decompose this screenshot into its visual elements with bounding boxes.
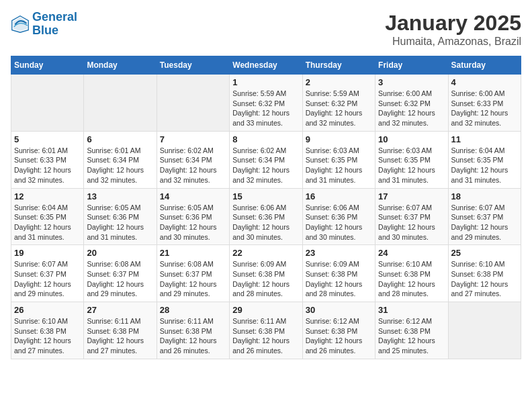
day-info: Sunrise: 6:06 AM Sunset: 6:36 PM Dayligh… [232,203,299,242]
day-number: 30 [306,305,372,315]
calendar-cell: 31Sunrise: 6:12 AM Sunset: 6:38 PM Dayli… [375,302,448,359]
calendar-title: January 2025 [385,11,521,36]
day-number: 21 [160,248,226,258]
calendar-cell: 9Sunrise: 6:03 AM Sunset: 6:35 PM Daylig… [302,131,375,188]
day-number: 26 [14,305,81,315]
title-block: January 2025 Humaita, Amazonas, Brazil [385,11,521,48]
calendar-cell: 13Sunrise: 6:05 AM Sunset: 6:36 PM Dayli… [84,188,157,245]
day-number: 23 [306,248,372,258]
day-number: 22 [232,248,299,258]
day-info: Sunrise: 6:11 AM Sunset: 6:38 PM Dayligh… [87,316,153,356]
day-info: Sunrise: 6:02 AM Sunset: 6:34 PM Dayligh… [160,146,226,185]
logo-icon [11,15,30,34]
day-number: 24 [378,248,445,258]
calendar-cell: 1Sunrise: 5:59 AM Sunset: 6:32 PM Daylig… [230,75,302,132]
weekday-header-friday: Friday [375,56,448,75]
day-number: 1 [232,77,299,87]
day-info: Sunrise: 6:05 AM Sunset: 6:36 PM Dayligh… [87,203,153,242]
day-number: 18 [451,191,518,201]
calendar-cell: 3Sunrise: 6:00 AM Sunset: 6:32 PM Daylig… [375,75,448,132]
weekday-header-wednesday: Wednesday [230,56,302,75]
day-number: 28 [160,305,226,315]
day-number: 29 [232,305,299,315]
day-number: 11 [451,134,518,144]
logo-line2: Blue [32,24,58,37]
day-number: 9 [306,134,372,144]
calendar-cell: 23Sunrise: 6:09 AM Sunset: 6:38 PM Dayli… [302,245,375,302]
calendar-cell: 30Sunrise: 6:12 AM Sunset: 6:38 PM Dayli… [302,302,375,359]
logo-text: General Blue [32,11,77,38]
day-info: Sunrise: 6:03 AM Sunset: 6:35 PM Dayligh… [306,146,372,185]
calendar-cell: 8Sunrise: 6:02 AM Sunset: 6:34 PM Daylig… [230,131,302,188]
weekday-header-sunday: Sunday [11,56,84,75]
day-number: 5 [14,134,81,144]
day-info: Sunrise: 6:07 AM Sunset: 6:37 PM Dayligh… [14,259,81,299]
calendar-cell: 4Sunrise: 6:00 AM Sunset: 6:33 PM Daylig… [448,75,521,132]
weekday-header-monday: Monday [84,56,157,75]
day-number: 8 [232,134,299,144]
day-info: Sunrise: 6:00 AM Sunset: 6:32 PM Dayligh… [378,89,445,128]
calendar-cell: 29Sunrise: 6:11 AM Sunset: 6:38 PM Dayli… [230,302,302,359]
day-number: 6 [87,134,153,144]
day-number: 14 [160,191,226,201]
day-number: 12 [14,191,81,201]
calendar-cell: 19Sunrise: 6:07 AM Sunset: 6:37 PM Dayli… [11,245,84,302]
calendar-cell [448,302,521,359]
calendar-cell: 21Sunrise: 6:08 AM Sunset: 6:37 PM Dayli… [157,245,229,302]
week-row-5: 26Sunrise: 6:10 AM Sunset: 6:38 PM Dayli… [11,302,521,359]
calendar-cell: 24Sunrise: 6:10 AM Sunset: 6:38 PM Dayli… [375,245,448,302]
day-number: 25 [451,248,518,258]
day-info: Sunrise: 6:07 AM Sunset: 6:37 PM Dayligh… [451,203,518,242]
week-row-3: 12Sunrise: 6:04 AM Sunset: 6:35 PM Dayli… [11,188,521,245]
day-info: Sunrise: 6:05 AM Sunset: 6:36 PM Dayligh… [160,203,226,242]
day-info: Sunrise: 6:08 AM Sunset: 6:37 PM Dayligh… [87,259,153,299]
calendar-cell: 16Sunrise: 6:06 AM Sunset: 6:36 PM Dayli… [302,188,375,245]
day-info: Sunrise: 5:59 AM Sunset: 6:32 PM Dayligh… [232,89,299,128]
day-number: 17 [378,191,445,201]
calendar-cell: 15Sunrise: 6:06 AM Sunset: 6:36 PM Dayli… [230,188,302,245]
day-number: 4 [451,77,518,87]
day-info: Sunrise: 6:11 AM Sunset: 6:38 PM Dayligh… [232,316,299,356]
calendar-cell: 14Sunrise: 6:05 AM Sunset: 6:36 PM Dayli… [157,188,229,245]
day-info: Sunrise: 6:01 AM Sunset: 6:33 PM Dayligh… [14,146,81,185]
weekday-header-tuesday: Tuesday [157,56,229,75]
day-number: 19 [14,248,81,258]
calendar-cell: 2Sunrise: 5:59 AM Sunset: 6:32 PM Daylig… [302,75,375,132]
day-number: 13 [87,191,153,201]
day-info: Sunrise: 5:59 AM Sunset: 6:32 PM Dayligh… [306,89,372,128]
day-info: Sunrise: 6:07 AM Sunset: 6:37 PM Dayligh… [378,203,445,242]
calendar-cell: 18Sunrise: 6:07 AM Sunset: 6:37 PM Dayli… [448,188,521,245]
logo: General Blue [11,11,77,38]
calendar-cell: 28Sunrise: 6:11 AM Sunset: 6:38 PM Dayli… [157,302,229,359]
day-number: 3 [378,77,445,87]
day-info: Sunrise: 6:11 AM Sunset: 6:38 PM Dayligh… [160,316,226,356]
calendar-cell: 26Sunrise: 6:10 AM Sunset: 6:38 PM Dayli… [11,302,84,359]
weekday-header-thursday: Thursday [302,56,375,75]
day-number: 10 [378,134,445,144]
calendar-cell: 12Sunrise: 6:04 AM Sunset: 6:35 PM Dayli… [11,188,84,245]
weekday-header-row: SundayMondayTuesdayWednesdayThursdayFrid… [11,56,521,75]
calendar-table: SundayMondayTuesdayWednesdayThursdayFrid… [11,56,521,359]
day-number: 31 [378,305,445,315]
calendar-cell [11,75,84,132]
day-info: Sunrise: 6:06 AM Sunset: 6:36 PM Dayligh… [306,203,372,242]
day-info: Sunrise: 6:09 AM Sunset: 6:38 PM Dayligh… [306,259,372,299]
calendar-cell: 5Sunrise: 6:01 AM Sunset: 6:33 PM Daylig… [11,131,84,188]
calendar-cell: 7Sunrise: 6:02 AM Sunset: 6:34 PM Daylig… [157,131,229,188]
day-number: 15 [232,191,299,201]
day-info: Sunrise: 6:09 AM Sunset: 6:38 PM Dayligh… [232,259,299,299]
day-info: Sunrise: 6:10 AM Sunset: 6:38 PM Dayligh… [14,316,81,356]
calendar-cell: 17Sunrise: 6:07 AM Sunset: 6:37 PM Dayli… [375,188,448,245]
day-info: Sunrise: 6:02 AM Sunset: 6:34 PM Dayligh… [232,146,299,185]
week-row-4: 19Sunrise: 6:07 AM Sunset: 6:37 PM Dayli… [11,245,521,302]
day-number: 20 [87,248,153,258]
calendar-cell: 20Sunrise: 6:08 AM Sunset: 6:37 PM Dayli… [84,245,157,302]
week-row-1: 1Sunrise: 5:59 AM Sunset: 6:32 PM Daylig… [11,75,521,132]
day-info: Sunrise: 6:01 AM Sunset: 6:34 PM Dayligh… [87,146,153,185]
day-number: 7 [160,134,226,144]
weekday-header-saturday: Saturday [448,56,521,75]
calendar-cell: 27Sunrise: 6:11 AM Sunset: 6:38 PM Dayli… [84,302,157,359]
day-number: 2 [306,77,372,87]
day-info: Sunrise: 6:04 AM Sunset: 6:35 PM Dayligh… [451,146,518,185]
calendar-cell [84,75,157,132]
